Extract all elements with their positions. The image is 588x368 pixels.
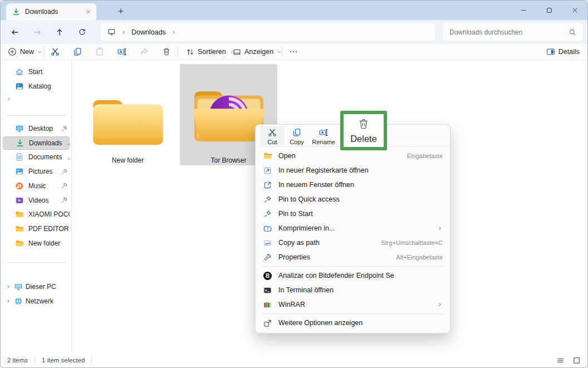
more-options-button[interactable] <box>289 44 298 60</box>
pin-icon <box>61 125 68 133</box>
new-tab-button[interactable] <box>114 6 128 17</box>
sidebar-item-start[interactable]: Start <box>3 65 70 78</box>
new-button[interactable]: New <box>8 44 42 60</box>
context-command-delete[interactable]: Delete <box>340 111 387 150</box>
context-command-rename[interactable]: Rename <box>309 126 338 145</box>
context-menu-item-in-neuem-fenster-ffnen[interactable]: In neuem Fenster öffnen <box>256 178 450 192</box>
document-icon <box>15 153 24 161</box>
context-command-cut[interactable]: Cut <box>260 126 285 145</box>
context-menu-item-winrar[interactable]: WinRAR <box>256 297 450 312</box>
list-view-button[interactable] <box>556 356 565 365</box>
expand-chevron-icon[interactable] <box>6 298 11 304</box>
new-tab-icon <box>263 166 272 175</box>
back-button[interactable] <box>6 23 24 41</box>
sidebar-item-downloads[interactable]: Downloads <box>3 136 70 150</box>
context-menu-item-in-terminal-ffnen[interactable]: In Terminal öffnen <box>256 283 450 297</box>
copy-icon <box>292 128 301 137</box>
sidebar-divider <box>6 262 67 263</box>
close-icon <box>572 7 578 13</box>
sidebar-item-label: Pictures <box>28 168 52 175</box>
details-pane-button[interactable]: Details <box>546 44 580 60</box>
menu-item-label: Properties <box>278 253 390 261</box>
command-label: Cut <box>267 139 277 145</box>
tab-close-icon[interactable] <box>86 9 91 14</box>
sidebar-item-videos[interactable]: Videos <box>3 194 70 207</box>
copy-path-icon <box>263 239 272 247</box>
context-menu-items: OpenEingabetaste In neuer Registerkarte … <box>256 147 450 330</box>
context-command-copy[interactable]: Copy <box>285 126 309 145</box>
open-folder-icon <box>263 151 272 160</box>
sidebar-item-pictures[interactable]: Pictures <box>3 165 70 178</box>
sidebar-item-new-folder[interactable]: New folder <box>3 237 70 250</box>
menu-item-label: Pin to Start <box>278 210 443 218</box>
pin-blue-icon <box>263 210 272 218</box>
sidebar-item-label: Desktop <box>28 125 53 133</box>
sort-button[interactable]: Sortieren <box>186 44 234 60</box>
sidebar-divider <box>6 115 67 116</box>
search-input[interactable]: Downloads durchsuchen <box>443 23 583 41</box>
sidebar-item-dieser-pc[interactable]: Dieser PC <box>3 280 70 293</box>
sidebar-item-documents[interactable]: Documents <box>3 150 70 164</box>
desktop-icon <box>15 124 24 133</box>
tab-downloads[interactable]: Downloads <box>6 3 96 20</box>
breadcrumb[interactable]: Downloads <box>131 28 166 36</box>
plus-icon <box>117 8 124 14</box>
trash-large-icon <box>357 117 370 131</box>
icon-view-button[interactable] <box>572 356 581 365</box>
menu-item-label: Copy as path <box>278 239 375 247</box>
pin-icon <box>61 182 68 189</box>
menu-divider <box>262 313 444 314</box>
sidebar-item-label: PDF EDITOR <box>28 225 68 233</box>
sidebar-item-pdf-editor[interactable]: PDF EDITOR <box>3 222 70 235</box>
refresh-button[interactable] <box>73 23 91 41</box>
context-menu-item-copy-as-path[interactable]: Copy as pathStrg+Umschalttaste+C <box>256 235 450 250</box>
search-placeholder: Downloads durchsuchen <box>449 28 522 36</box>
close-button[interactable] <box>562 1 587 19</box>
share-button[interactable] <box>136 45 152 59</box>
context-menu-item-pin-to-start[interactable]: Pin to Start <box>256 207 450 221</box>
sidebar-item-desktop[interactable]: Desktop <box>3 122 70 135</box>
music-icon <box>15 181 24 190</box>
chevron-down-icon <box>37 50 42 55</box>
view-button[interactable]: Anzeigen <box>233 44 282 60</box>
sidebar-item-katalog[interactable]: Katalog <box>3 80 70 93</box>
sidebar-item-music[interactable]: Music <box>3 179 70 193</box>
expand-chevron-icon[interactable] <box>6 284 11 290</box>
chevron-right-icon[interactable] <box>171 30 177 35</box>
rename-button[interactable] <box>114 45 130 59</box>
minimize-button[interactable] <box>511 1 536 19</box>
sidebar-item-netzwerk[interactable]: Netzwerk <box>3 295 70 308</box>
paste-button[interactable] <box>92 45 107 59</box>
maximize-button[interactable] <box>536 1 562 19</box>
sidebar-item-label: Downloads <box>29 139 62 147</box>
copy-button[interactable] <box>70 45 85 59</box>
command-label: Delete <box>350 134 377 144</box>
up-button[interactable] <box>51 23 68 41</box>
menu-item-label: WinRAR <box>278 301 431 308</box>
submenu-chevron-icon <box>437 225 443 231</box>
context-menu-item-weitere-optionen-anzeigen[interactable]: Weitere Optionen anzeigen <box>256 316 450 330</box>
delete-button[interactable] <box>159 45 174 59</box>
menu-item-label: Pin to Quick access <box>278 195 443 203</box>
sidebar-item-label: Videos <box>28 197 48 204</box>
forward-button[interactable] <box>28 23 46 41</box>
file-tile-new-folder[interactable]: New folder <box>79 64 177 165</box>
context-menu-item-properties[interactable]: PropertiesAlt+Eingabetaste <box>256 250 450 264</box>
folder-icon <box>15 210 24 219</box>
context-menu-item-komprimieren-in[interactable]: Komprimieren in... <box>256 221 450 235</box>
cut-button[interactable] <box>47 45 63 59</box>
navigation-bar: Downloads Downloads durchsuchen <box>1 20 587 44</box>
context-menu-item-open[interactable]: OpenEingabetaste <box>256 149 450 163</box>
pin-blue-icon <box>263 195 272 204</box>
file-action-buttons <box>47 45 174 59</box>
status-bar: 2 items 1 item selected <box>1 353 587 367</box>
pin-icon <box>67 154 70 161</box>
search-icon[interactable] <box>569 28 576 36</box>
context-menu-item-in-neuer-registerkarte-ffnen[interactable]: In neuer Registerkarte öffnen <box>256 163 450 178</box>
folder-large-icon <box>87 68 169 153</box>
expand-chevron-icon[interactable] <box>5 95 13 103</box>
context-menu-item-pin-to-quick-access[interactable]: Pin to Quick access <box>256 192 450 207</box>
address-bar[interactable]: Downloads <box>101 23 435 41</box>
context-menu-item-analizar-con-bitdefender-endpoint-se[interactable]: B Analizar con Bitdefender Endpoint Se <box>256 268 450 283</box>
sidebar-item-xiaomi-poco-f[interactable]: XIAOMI POCO F <box>3 208 70 221</box>
